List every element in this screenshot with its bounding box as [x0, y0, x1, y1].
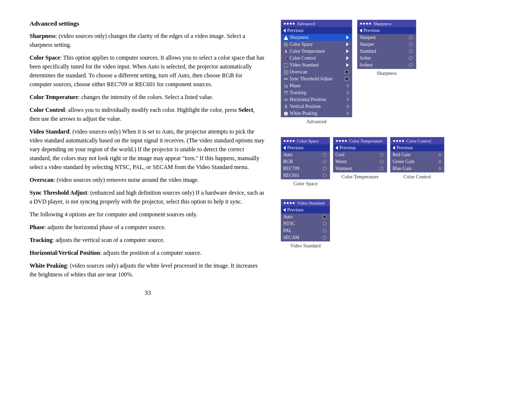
colorcontrol-title-bar: Color Control [391, 137, 444, 144]
hpos-icon [283, 97, 288, 102]
colorcontrol-bluegain-row: Blue Gain 0 [391, 165, 444, 172]
prev-arrow-icon [360, 29, 362, 33]
para-4options: The following 4 options are for computer… [30, 210, 266, 219]
colorspace-auto-row: Auto [281, 151, 330, 158]
advanced-sharpness-row: Sharpness [281, 34, 352, 41]
advanced-colorspace-row: Color Space [281, 41, 352, 48]
sharpness-title-bar: Sharpness [358, 20, 416, 27]
colortemp-title-bar: Color Temperature [333, 137, 387, 144]
colortemp-menu-label: Color Temperature [341, 174, 378, 179]
advanced-overscan-row: Overscan [281, 68, 352, 75]
sharpness-menu: Sharpness Previous Sharpest Sharper [357, 20, 416, 69]
svg-point-6 [286, 58, 288, 59]
colorcontrol-menu-label: Color Control [403, 174, 431, 179]
submenu-arrow-icon [346, 49, 349, 53]
left-column: Advanced settings Sharpness: (video sour… [30, 20, 266, 391]
advanced-menu-label: Advanced [306, 119, 327, 124]
submenu-arrow-icon [346, 42, 349, 46]
colorcontrol-icon [283, 56, 288, 61]
videostandard-menu-wrap: Video Standard Previous Auto [281, 199, 330, 248]
auto-checkbox [323, 215, 327, 219]
svg-point-20 [284, 111, 288, 115]
colortemp-title-label: Color Temperature [349, 138, 383, 143]
para-tracking: Tracking: adjusts the vertical scan of a… [30, 236, 266, 244]
prev-arrow-icon [335, 146, 338, 150]
videostandard-menu: Video Standard Previous Auto [281, 199, 330, 241]
para-video-standard: Video Standard: (video sources only) Whe… [30, 127, 266, 171]
sync-checkbox [345, 77, 349, 81]
tracking-icon [283, 90, 288, 95]
sharpness-standard-row: Standard [358, 48, 416, 55]
overscan-icon [283, 69, 288, 74]
phase-icon [283, 83, 288, 88]
sharper-radio [409, 42, 413, 46]
para-color-temp: Color Temperature: changes the intensity… [30, 93, 266, 102]
svg-rect-12 [286, 85, 288, 88]
warm-radio [380, 160, 384, 164]
pal-radio [323, 229, 327, 233]
videostandard-title-bar: Video Standard [281, 200, 330, 206]
advanced-colorcontrol-row: Color Control [281, 55, 352, 62]
para-overscan: Overscan: (video sources only) removes n… [30, 175, 266, 184]
colorspace-menu-wrap: Color Space Previous Auto [281, 137, 330, 186]
right-column: Advanced Previous [281, 20, 502, 391]
ntsc-radio [323, 222, 327, 226]
section-title: Advanced settings [30, 20, 266, 28]
auto-radio [323, 153, 327, 157]
advanced-phase-row: Phase 0 [281, 82, 352, 89]
whitepeaking-icon [283, 111, 288, 116]
submenu-arrow-icon [346, 63, 349, 67]
prev-arrow-icon [283, 208, 286, 212]
para-phase: Phase: adjusts the horizontal phase of a… [30, 223, 266, 232]
advanced-sync-row: Sync Threshold Adjust [281, 75, 352, 82]
advanced-whitepeaking-row: White Peaking 0 [281, 110, 352, 117]
colorspace-title-bar: Color Space [281, 137, 330, 144]
page-number: 33 [30, 289, 266, 297]
para-sync: Sync Threshold Adjust: (enhanced and hig… [30, 188, 266, 206]
svg-marker-0 [284, 35, 288, 40]
svg-rect-11 [284, 84, 286, 88]
svg-rect-10 [285, 71, 287, 73]
videostandard-secam-row: SECAM [281, 234, 330, 241]
softest-radio [409, 63, 413, 67]
colorspace-icon [283, 42, 288, 47]
videostandard-title-label: Video Standard [297, 201, 325, 206]
svg-rect-7 [284, 64, 288, 67]
colorcontrol-menu-wrap: Color Control Previous Red Gain 0 [390, 137, 444, 179]
para-white-peaking: White Peaking: (video sources only) adju… [30, 261, 266, 279]
rec709-radio [323, 167, 327, 171]
warmest-radio [380, 167, 384, 171]
advanced-tracking-row: Tracking 0 [281, 89, 352, 96]
advanced-hpos-row: Horizontal Position 0 [281, 96, 352, 103]
vpos-icon [283, 104, 288, 109]
colorspace-title-label: Color Space [297, 138, 319, 143]
para-sharpness: Sharpness: (video sources only) changes … [30, 32, 266, 49]
sharpness-sharper-row: Sharper [358, 41, 416, 48]
colorcontrol-menu: Color Control Previous Red Gain 0 [390, 137, 444, 172]
advanced-prev-row: Previous [281, 27, 352, 34]
sharpness-icon [283, 35, 288, 40]
colortemp-warm-row: Warm [333, 158, 387, 165]
advanced-title-bar: Advanced [281, 20, 352, 27]
colorcontrol-title-label: Color Control [406, 138, 431, 143]
colorspace-menu: Color Space Previous Auto [281, 137, 330, 179]
colortemp-warmest-row: Warmest [333, 165, 387, 172]
colorcontrol-prev-row: Previous [391, 144, 444, 151]
dots [284, 23, 295, 25]
colorspace-prev-row: Previous [281, 144, 330, 151]
advanced-vpos-row: Vertical Position 0 [281, 103, 352, 110]
colortemp-prev-row: Previous [333, 144, 387, 151]
para-color-control: Color Control: allows you to individuall… [30, 105, 266, 123]
colorspace-menu-label: Color Space [293, 181, 317, 186]
page: Advanced settings Sharpness: (video sour… [0, 0, 532, 411]
sharpness-menu-label: Sharpness [377, 70, 397, 76]
standard-radio [409, 49, 413, 53]
colorspace-rec709-row: REC709 [281, 165, 330, 172]
videostandard-auto-row: Auto [281, 213, 330, 220]
overscan-checkbox [345, 70, 349, 74]
videostandard-menu-label: Video Standard [290, 243, 321, 248]
prev-arrow-icon [283, 29, 286, 33]
colortemp-cool-row: Cool [333, 151, 387, 158]
svg-point-2 [285, 43, 287, 45]
videostandard-prev-row: Previous [281, 206, 330, 213]
